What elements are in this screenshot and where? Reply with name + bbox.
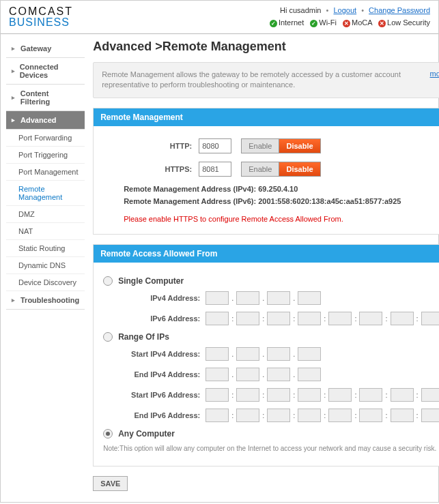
- ipv6-seg[interactable]: [298, 312, 321, 325]
- nav-gateway[interactable]: ▸Gateway: [6, 40, 85, 58]
- ipv4-seg[interactable]: [298, 368, 321, 381]
- http-disable-button[interactable]: Disable: [279, 139, 320, 153]
- radio-icon[interactable]: [103, 429, 113, 439]
- subnav-port-forwarding[interactable]: Port Forwarding: [6, 130, 85, 147]
- nav-connected-devices[interactable]: ▸Connected Devices: [6, 58, 85, 85]
- ipv6-seg[interactable]: [359, 409, 382, 422]
- ipv6-seg[interactable]: [236, 409, 259, 422]
- logout-link[interactable]: Logout: [333, 6, 356, 14]
- ipv6-seg[interactable]: [267, 312, 290, 325]
- check-icon: ✓: [310, 20, 317, 27]
- ipv6-seg[interactable]: [421, 409, 439, 422]
- ipv4-seg[interactable]: [206, 347, 229, 361]
- ipv4-seg[interactable]: [298, 291, 321, 305]
- user-links: Hi cusadmin • Logout • Change Password: [266, 6, 430, 14]
- https-disable-button[interactable]: Disable: [279, 162, 320, 176]
- logo-line1: COMCAST: [9, 6, 73, 17]
- http-enable-button[interactable]: Enable: [242, 139, 279, 153]
- ipv6-seg[interactable]: [206, 409, 229, 422]
- https-port-input[interactable]: [199, 162, 231, 177]
- chevron-right-icon: ▸: [12, 297, 18, 303]
- ipv6-seg[interactable]: [328, 312, 352, 325]
- save-button[interactable]: SAVE: [93, 476, 128, 491]
- any-computer-note: Note:This option will allow any computer…: [103, 444, 439, 454]
- ipv6-seg[interactable]: [391, 312, 414, 325]
- ipv4-seg[interactable]: [267, 347, 290, 361]
- intro-text: Remote Management allows the gateway to …: [102, 70, 439, 91]
- ipv4-seg[interactable]: [298, 347, 321, 361]
- ipv6-seg[interactable]: [206, 312, 229, 325]
- save-row: SAVE: [93, 476, 439, 491]
- end-ipv6-label: End IPv6 Address:: [103, 411, 206, 419]
- ipv4-seg[interactable]: [267, 368, 290, 381]
- subnav-dynamic-dns[interactable]: Dynamic DNS: [6, 257, 85, 274]
- ipv6-seg[interactable]: [328, 388, 352, 402]
- end-ipv4-label: End IPv4 Address:: [103, 370, 206, 379]
- ipv6-seg[interactable]: [391, 409, 414, 422]
- start-ipv6-label: Start IPv6 Address:: [103, 391, 206, 399]
- nav-content-filtering[interactable]: ▸Content Filtering: [6, 85, 85, 111]
- ipv6-seg[interactable]: [391, 388, 414, 402]
- greeting-prefix: Hi: [280, 6, 289, 14]
- ipv6-seg[interactable]: [359, 312, 382, 325]
- chevron-right-icon: ▸: [12, 117, 18, 123]
- option-single-computer[interactable]: Single Computer: [103, 276, 439, 286]
- subnav-remote-management[interactable]: Remote Management: [6, 181, 85, 206]
- ipv6-seg[interactable]: [236, 388, 259, 402]
- sidebar: ▸Gateway ▸Connected Devices ▸Content Fil…: [1, 34, 85, 502]
- x-icon: ✕: [378, 20, 386, 27]
- ipv6-seg[interactable]: [267, 388, 290, 402]
- change-password-link[interactable]: Change Password: [369, 6, 430, 14]
- ipv4-seg[interactable]: [236, 368, 259, 381]
- header-right: Hi cusadmin • Logout • Change Password ✓…: [266, 6, 430, 27]
- dot: .: [229, 294, 236, 302]
- option-any-computer[interactable]: Any Computer: [103, 429, 439, 439]
- ipv6-seg[interactable]: [236, 312, 259, 325]
- colon: :: [290, 391, 298, 399]
- nav-troubleshooting[interactable]: ▸Troubleshooting: [6, 291, 85, 310]
- ipv6-seg[interactable]: [267, 409, 290, 422]
- status-wifi: ✓Wi-Fi: [310, 18, 337, 27]
- logo: COMCAST BUSINESS: [9, 6, 73, 28]
- https-enable-button[interactable]: Enable: [242, 162, 279, 176]
- addr-ipv4: Remote Management Address (IPv4): 69.250…: [124, 185, 439, 193]
- ipv4-seg[interactable]: [236, 291, 259, 305]
- x-icon: ✕: [343, 20, 350, 27]
- ipv4-seg[interactable]: [206, 291, 229, 305]
- ipv4-seg[interactable]: [206, 368, 229, 381]
- logo-line2: BUSINESS: [9, 17, 73, 28]
- ipv6-seg[interactable]: [421, 388, 439, 402]
- radio-icon[interactable]: [103, 332, 113, 342]
- subnav-dmz[interactable]: DMZ: [6, 206, 85, 223]
- status-row: ✓Internet ✓Wi-Fi ✕MoCA ✕Low Security: [266, 18, 430, 27]
- subnav-device-discovery[interactable]: Device Discovery: [6, 274, 85, 291]
- ipv6-seg[interactable]: [359, 388, 382, 402]
- ipv6-seg[interactable]: [328, 409, 352, 422]
- subnav-port-triggering[interactable]: Port Triggering: [6, 147, 85, 164]
- colon: :: [382, 391, 390, 399]
- ipv4-seg[interactable]: [236, 347, 259, 361]
- https-toggle: Enable Disable: [241, 162, 320, 177]
- colon: :: [321, 411, 328, 419]
- ipv6-seg[interactable]: [206, 388, 229, 402]
- subnav-nat[interactable]: NAT: [6, 223, 85, 240]
- subnav-port-management[interactable]: Port Management: [6, 164, 85, 181]
- row-ipv4-address: IPv4 Address: . . .: [103, 291, 439, 305]
- option-range-of-ips[interactable]: Range Of IPs: [103, 332, 439, 342]
- nav-advanced[interactable]: ▸Advanced: [6, 111, 85, 130]
- separator: •: [326, 6, 329, 14]
- colon: :: [290, 411, 298, 419]
- https-warning: Please enable HTTPS to configure Remote …: [124, 215, 439, 223]
- ipv6-seg[interactable]: [421, 312, 439, 325]
- ipv4-seg[interactable]: [267, 291, 290, 305]
- more-link[interactable]: more: [430, 70, 439, 78]
- subnav-static-routing[interactable]: Static Routing: [6, 240, 85, 257]
- row-start-ipv6: Start IPv6 Address: : : : : : : :: [103, 388, 439, 402]
- http-toggle: Enable Disable: [241, 138, 320, 153]
- ipv6-seg[interactable]: [298, 388, 321, 402]
- radio-icon[interactable]: [103, 276, 113, 286]
- ipv6-seg[interactable]: [298, 409, 321, 422]
- row-start-ipv4: Start IPv4 Address: . . .: [103, 347, 439, 361]
- http-port-input[interactable]: [199, 138, 231, 153]
- dot: .: [290, 350, 298, 358]
